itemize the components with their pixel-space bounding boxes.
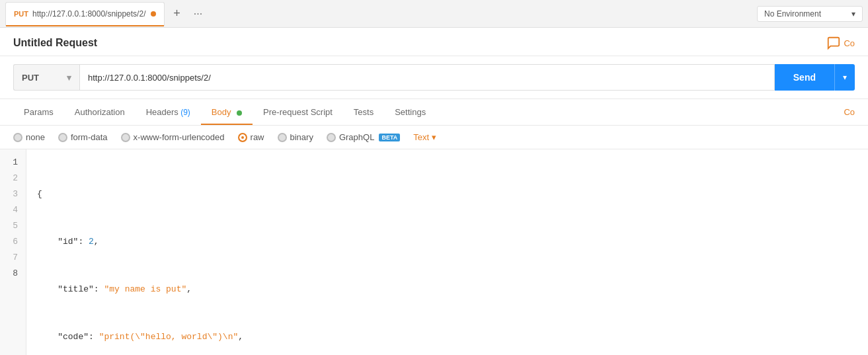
comment-label: Co: [844, 38, 855, 48]
tabs-nav: Params Authorization Headers (9) Body Pr…: [0, 99, 868, 126]
radio-binary-icon: [278, 133, 287, 142]
beta-badge: BETA: [379, 134, 400, 141]
line-num-1: 1: [8, 155, 18, 171]
send-dropdown-chevron-icon: ▾: [843, 73, 847, 82]
line-num-2: 2: [8, 171, 18, 186]
send-button[interactable]: Send: [775, 64, 834, 91]
body-type-urlencoded[interactable]: x-www-form-urlencoded: [121, 132, 225, 142]
line-num-7: 7: [8, 250, 18, 266]
body-type-raw[interactable]: raw: [238, 132, 264, 142]
line-num-5: 5: [8, 218, 18, 234]
body-type-graphql[interactable]: GraphQL BETA: [327, 132, 400, 142]
send-button-group: Send ▾: [775, 64, 855, 91]
line-num-8: 8: [8, 266, 18, 282]
code-editor[interactable]: 1 2 3 4 5 6 7 8 { "id": 2, "title": "my …: [0, 149, 868, 355]
body-type-binary-label: binary: [290, 132, 313, 142]
body-type-none[interactable]: none: [13, 132, 45, 142]
body-type-urlencoded-label: x-www-form-urlencoded: [134, 132, 225, 142]
line-num-3: 3: [8, 186, 18, 202]
tab-authorization[interactable]: Authorization: [64, 99, 136, 125]
add-tab-button[interactable]: +: [167, 5, 186, 23]
body-type-bar: none form-data x-www-form-urlencoded raw…: [0, 126, 868, 149]
active-tab[interactable]: PUT http://127.0.0.1:8000/snippets/2/: [5, 2, 165, 26]
tab-url-label: http://127.0.0.1:8000/snippets/2/: [32, 9, 145, 19]
radio-raw-icon: [238, 133, 247, 142]
tab-headers[interactable]: Headers (9): [136, 99, 201, 125]
code-line-3: "title": "my name is put",: [37, 282, 857, 297]
radio-urlencoded-icon: [121, 133, 130, 142]
body-type-none-label: none: [26, 132, 45, 142]
code-content[interactable]: { "id": 2, "title": "my name is put", "c…: [26, 149, 868, 355]
send-dropdown-button[interactable]: ▾: [834, 64, 855, 91]
radio-form-data-icon: [58, 133, 67, 142]
code-line-4: "code": "print(\"hello, world\")\n",: [37, 329, 857, 345]
environment-selector[interactable]: No Environment ▾: [757, 6, 863, 22]
text-format-label: Text: [413, 132, 429, 142]
request-title: Untitled Request: [13, 37, 97, 49]
code-line-2: "id": 2,: [37, 234, 857, 250]
url-bar: PUT ▾ Send ▾: [0, 56, 868, 99]
env-chevron-icon: ▾: [851, 9, 855, 19]
line-numbers: 1 2 3 4 5 6 7 8: [0, 149, 26, 355]
tab-nav-right-label: Co: [844, 99, 855, 125]
url-input[interactable]: [79, 64, 775, 91]
comment-icon-area[interactable]: Co: [826, 36, 855, 50]
body-active-dot: [237, 110, 242, 116]
body-type-binary[interactable]: binary: [278, 132, 313, 142]
line-num-6: 6: [8, 234, 18, 250]
tab-active-indicator: [6, 25, 164, 26]
tab-body[interactable]: Body: [201, 99, 253, 125]
tab-settings[interactable]: Settings: [384, 99, 436, 125]
radio-none-icon: [13, 133, 22, 142]
tab-bar: PUT http://127.0.0.1:8000/snippets/2/ + …: [0, 0, 868, 28]
tab-params[interactable]: Params: [13, 99, 64, 125]
body-type-graphql-label: GraphQL: [339, 132, 374, 142]
tab-pre-request-script[interactable]: Pre-request Script: [253, 99, 343, 125]
request-title-area: Untitled Request Co: [0, 28, 868, 56]
radio-graphql-icon: [327, 133, 336, 142]
more-tabs-button[interactable]: ···: [188, 5, 207, 23]
tab-tests[interactable]: Tests: [343, 99, 384, 125]
line-num-4: 4: [8, 202, 18, 218]
tab-dirty-dot: [151, 11, 156, 17]
tab-method-badge: PUT: [14, 10, 28, 18]
body-type-form-data[interactable]: form-data: [58, 132, 108, 142]
text-format-dropdown[interactable]: Text ▾: [413, 132, 436, 142]
method-label: PUT: [22, 73, 39, 83]
body-type-form-data-label: form-data: [71, 132, 108, 142]
env-label: No Environment: [764, 9, 821, 19]
text-format-chevron-icon: ▾: [432, 132, 436, 142]
method-select[interactable]: PUT ▾: [13, 64, 79, 91]
method-chevron-icon: ▾: [67, 73, 71, 83]
body-type-raw-label: raw: [251, 132, 264, 142]
comment-icon: [826, 36, 841, 50]
code-line-1: {: [37, 186, 857, 202]
